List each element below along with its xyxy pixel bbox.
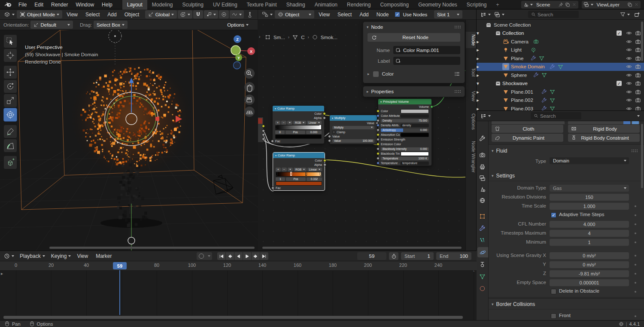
use-nodes-checkbox[interactable]: ✓ — [395, 12, 400, 17]
expand-icon[interactable]: ▸ — [368, 72, 370, 76]
outliner-row-scene-collection[interactable]: Scene Collection — [477, 21, 644, 29]
editor-type-button[interactable] — [3, 252, 15, 260]
visibility-toggle[interactable] — [626, 80, 632, 86]
viewport-horizontal-scrollbar[interactable] — [49, 247, 255, 249]
editor-type-button[interactable] — [3, 10, 16, 18]
animate-dot[interactable] — [635, 241, 636, 243]
attribute-field[interactable]: density — [401, 124, 429, 127]
physics-button-dynamic-paint[interactable]: Dynamic Paint — [492, 134, 563, 142]
expand-toggle[interactable]: ▸ — [477, 106, 479, 111]
render-visibility-toggle[interactable] — [635, 89, 641, 95]
snap-target-dropdown[interactable] — [204, 10, 218, 18]
outliner-row-collection[interactable]: ▾Collection✓ — [477, 29, 644, 38]
side-tab-node-wrangler[interactable]: Node Wrangler — [466, 138, 476, 175]
properties-tab-render[interactable] — [477, 150, 488, 160]
menu-file[interactable]: File — [15, 0, 30, 9]
socket-yellow[interactable] — [323, 112, 326, 115]
tool-cursor[interactable] — [3, 49, 17, 62]
socket-yellow[interactable] — [377, 133, 380, 136]
socket-gray[interactable] — [323, 116, 326, 119]
pos-value-field[interactable]: 0.000 — [306, 131, 322, 134]
workspace-tab-animation[interactable]: Animation — [310, 0, 342, 9]
socket-gray[interactable] — [377, 157, 380, 160]
node-name-field[interactable]: Color Ramp.001 — [393, 46, 460, 54]
animate-dot[interactable] — [635, 223, 636, 225]
outliner-row-camera[interactable]: ▸Camera — [477, 37, 644, 46]
node-menu-node[interactable]: Node — [373, 9, 392, 20]
render-visibility-toggle[interactable] — [635, 39, 641, 45]
workspace-tab-uv-editing[interactable]: UV Editing — [208, 0, 242, 9]
properties-tab-output[interactable] — [477, 162, 488, 172]
options-dropdown[interactable]: Options — [224, 21, 252, 29]
properties-tab-object[interactable] — [477, 211, 488, 221]
clamp-checkbox[interactable] — [332, 131, 335, 134]
properties-tab-material[interactable] — [477, 283, 488, 293]
workspace-tab-compositing[interactable]: Compositing — [375, 0, 413, 9]
minimum-field[interactable]: 1 — [550, 239, 629, 246]
mode-dropdown[interactable]: Object Mode — [17, 10, 62, 18]
render-visibility-toggle[interactable] — [635, 97, 641, 103]
outliner-row-smoke-domain[interactable]: ▸Smoke Domain — [477, 63, 644, 71]
orientation-dropdown[interactable]: Default — [30, 21, 73, 29]
visibility-toggle[interactable] — [626, 64, 632, 70]
render-visibility-toggle[interactable] — [635, 47, 641, 53]
animate-dot[interactable] — [635, 255, 636, 257]
breadcrumb-item[interactable]: C — [301, 35, 304, 40]
socket-blue[interactable] — [377, 114, 380, 117]
workspace-tab-shading[interactable]: Shading — [282, 0, 310, 9]
timeline-horizontal-scrollbar[interactable] — [3, 316, 463, 319]
editor-type-button[interactable] — [261, 10, 274, 18]
new-collection-button[interactable] — [633, 10, 641, 18]
slot-dropdown[interactable]: Slot 1 — [434, 10, 462, 18]
workspace-tab-layout[interactable]: Layout — [122, 0, 147, 9]
visibility-toggle[interactable] — [626, 72, 632, 78]
prev-frame-button[interactable] — [234, 252, 243, 260]
expand-toggle[interactable]: ▸ — [477, 64, 479, 70]
remove-stop-button[interactable]: − — [282, 168, 287, 171]
properties-tab-view-layer[interactable] — [477, 173, 488, 183]
animate-dot[interactable] — [635, 205, 636, 207]
side-tab-node[interactable]: Node — [466, 32, 476, 48]
empty-space-field[interactable]: 0.000001 — [550, 279, 629, 286]
proportional-editing-toggle[interactable] — [219, 10, 229, 18]
socket-gray[interactable] — [323, 163, 326, 166]
ramp-handle[interactable] — [276, 172, 277, 176]
outliner-row-plane-002[interactable]: ▸Plane.002 — [477, 96, 644, 105]
properties-search-input[interactable]: Search — [531, 112, 581, 119]
node-partially-offscreen[interactable] — [258, 117, 264, 143]
timeline-menu-marker[interactable]: Marker — [92, 251, 115, 261]
node-color-ramp-001[interactable]: ▾Color RampColorAlpha+−RGBLinear1Pos0.33… — [273, 152, 325, 191]
physics-button-rigid-body[interactable]: Rigid Body — [568, 125, 640, 133]
breadcrumb-item[interactable]: Smok... — [321, 35, 337, 40]
collection-checkbox[interactable]: ✓ — [617, 31, 622, 36]
render-visibility-toggle[interactable] — [635, 55, 641, 61]
front-checkbox[interactable] — [551, 313, 556, 319]
add-stop-button[interactable]: + — [275, 121, 280, 125]
domain-type-field[interactable]: Gas — [550, 185, 629, 192]
add-workspace-button[interactable]: + — [492, 0, 504, 9]
tool-scale[interactable] — [3, 94, 17, 107]
socket-gray[interactable] — [271, 186, 274, 189]
pos-value-field[interactable]: 0.332 — [307, 177, 322, 181]
color-swatch[interactable] — [401, 109, 429, 113]
timeline-menu-keying[interactable]: Keying — [48, 251, 70, 261]
outliner-scrollbar[interactable] — [641, 21, 643, 61]
socket[interactable] — [262, 133, 265, 136]
properties-tab-particles[interactable] — [477, 235, 488, 245]
time-scale-field[interactable]: 1.000 — [550, 203, 629, 210]
viewport-menu-view[interactable]: View — [63, 9, 81, 20]
timeline-body[interactable] — [0, 270, 477, 320]
outliner-row-plane-003[interactable]: ▸Plane.003 — [477, 104, 644, 111]
workspace-tab-sculpting[interactable]: Sculpting — [178, 0, 208, 9]
use-preview-range-button[interactable] — [389, 252, 398, 260]
cfl-number-field[interactable]: 4.000 — [550, 221, 629, 228]
auto-keying-toggle[interactable] — [197, 252, 212, 260]
socket-gray[interactable] — [328, 135, 331, 138]
slider-anisotropy[interactable]: Anisotropy0.000 — [381, 128, 429, 132]
ramp-handle[interactable] — [290, 172, 292, 176]
border-collisions-panel-header[interactable]: ▾Border Collisions — [492, 301, 535, 307]
expand-toggle[interactable]: ▸ — [477, 47, 479, 53]
socket-gray[interactable] — [377, 138, 380, 141]
socket[interactable] — [262, 129, 265, 132]
operation-dropdown[interactable]: Multiply — [332, 126, 374, 129]
